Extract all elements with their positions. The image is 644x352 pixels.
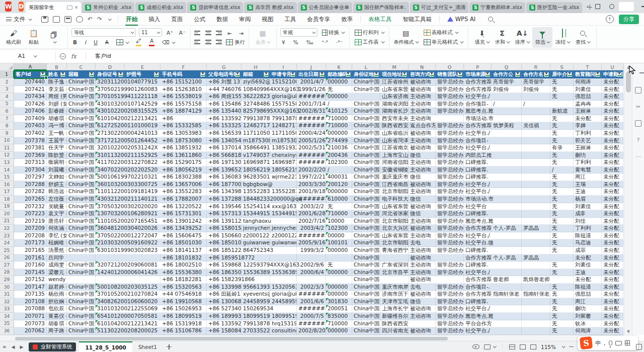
skin-icon[interactable] xyxy=(605,1,619,12)
cell[interactable]: 未分配 xyxy=(602,188,623,196)
cell[interactable]: hrq153199 xyxy=(270,320,297,328)
cell[interactable]: 重庆市南岸 xyxy=(380,284,409,291)
cell[interactable] xyxy=(270,247,297,254)
cell[interactable]: xxx@163.c xyxy=(270,203,297,211)
cell[interactable]: 000000 xyxy=(326,130,352,137)
cell[interactable]: 袁文宇 (女 xyxy=(47,210,67,218)
cell[interactable]: 市场活动.市 xyxy=(464,196,492,203)
cell[interactable]: 未分配 xyxy=(602,291,623,298)
cell[interactable]: 亮哥留学 xyxy=(492,78,522,86)
cell[interactable]: China中国 xyxy=(67,284,96,291)
cell[interactable]: 10000 xyxy=(326,218,352,225)
cell[interactable]: 主动咨询 xyxy=(409,101,436,108)
sogou-logo-icon[interactable]: S xyxy=(580,336,593,349)
cell[interactable]: China中国 xyxy=(67,196,96,203)
cell[interactable]: 430102200208315525 xyxy=(96,108,160,115)
zoom-level[interactable]: 115% xyxy=(541,344,556,350)
cell[interactable]: 未分配 xyxy=(602,115,623,123)
row-header[interactable]: 25 xyxy=(0,247,14,254)
find-button[interactable]: 查找 xyxy=(573,27,593,48)
cell[interactable]: +86 1335925706 xyxy=(207,320,242,328)
row-header[interactable]: 5 xyxy=(0,101,14,108)
cell[interactable]: 留学总经办 xyxy=(436,313,464,320)
cell[interactable]: z20001227 xyxy=(270,232,297,240)
cell[interactable]: 310113200211152925 xyxy=(96,152,160,159)
cell[interactable]: 000000 xyxy=(326,188,352,196)
cell[interactable]: 刘妍 (女) xyxy=(47,101,67,108)
ribbon-tab-工具[interactable]: 工具 xyxy=(279,13,301,26)
cell[interactable] xyxy=(297,276,326,284)
cell[interactable]: 被动咨询 xyxy=(409,291,436,298)
cell[interactable]: 未分配 xyxy=(602,196,623,203)
cell[interactable]: 蒯玏 xyxy=(574,305,602,313)
cell[interactable]: China中国 xyxy=(352,225,380,232)
cell[interactable]: +86 1391129694 xyxy=(207,218,242,225)
cell[interactable]: 彭睿婧 (女 xyxy=(47,108,67,115)
cell[interactable]: 合作方推荐 xyxy=(464,291,492,298)
cell[interactable]: China中国 xyxy=(352,218,380,225)
cell[interactable]: China中国 xyxy=(352,247,380,254)
cell[interactable]: 未分配 xyxy=(602,152,623,159)
cell[interactable]: +86 13851932 xyxy=(160,144,207,152)
cell[interactable]: 留学总经办 xyxy=(436,305,464,313)
cell[interactable]: 梁馨元 (女 xyxy=(47,269,67,277)
row-header[interactable]: 27 xyxy=(0,261,14,269)
align-right-icon[interactable] xyxy=(215,39,222,45)
cell[interactable]: 169698712 xyxy=(270,159,297,166)
filter-button[interactable] xyxy=(118,72,123,77)
layout-switch-icon[interactable] xyxy=(591,1,605,12)
cell[interactable]: 2000/4/24 xyxy=(297,130,326,137)
cell[interactable]: +86 1335925706 xyxy=(207,115,242,123)
cell[interactable]: 2001/4/7 xyxy=(297,78,326,86)
cell[interactable]: 未分配 xyxy=(574,115,602,123)
cell[interactable]: 310103200212255069 xyxy=(96,305,160,313)
cell[interactable]: 200436 xyxy=(326,152,352,159)
cell[interactable]: China中国 xyxy=(67,108,96,115)
cell[interactable]: 271302200004241013 xyxy=(96,130,160,137)
align-top-icon[interactable] xyxy=(194,30,201,36)
cell[interactable]: 陈祖清 xyxy=(574,232,602,240)
cell[interactable]: 山东省菏泽 xyxy=(380,137,409,145)
cell[interactable]: 上海市长宁 xyxy=(380,305,409,313)
cell[interactable] xyxy=(492,159,522,166)
cell[interactable]: ######## xyxy=(297,115,326,123)
file-tab[interactable]: S可过_支付宝+_滴滴 xyxy=(410,2,468,13)
cell[interactable]: 唐浩轩 (男 xyxy=(47,218,67,225)
cell[interactable]: 留学总经办 xyxy=(436,225,464,232)
cell[interactable]: 留学总经办 xyxy=(436,130,464,137)
cell[interactable]: +86 15152100 xyxy=(160,78,207,86)
header-cell[interactable]: 咨询方式 xyxy=(409,70,436,78)
cell[interactable]: 杨眉 xyxy=(574,196,602,203)
cell[interactable]: 无 xyxy=(550,137,574,145)
cell[interactable]: 社交平台./ xyxy=(464,181,492,189)
cell[interactable]: 山东省东营 xyxy=(380,86,409,94)
cell[interactable] xyxy=(522,218,550,225)
cell[interactable]: 无 xyxy=(550,327,574,335)
cell[interactable]: 000000 xyxy=(326,78,352,86)
filter-button[interactable] xyxy=(89,72,94,77)
cell[interactable]: 32010220020531242X xyxy=(96,144,160,152)
cell[interactable] xyxy=(522,320,550,328)
cell[interactable]: 244589596 xyxy=(270,298,297,306)
ribbon-tab-公式[interactable]: 公式 xyxy=(188,13,211,26)
cell[interactable]: 衡琬明 (女 xyxy=(47,159,67,166)
cell[interactable]: 130703200106280921 xyxy=(96,210,160,218)
thousands-button[interactable]: ‰ xyxy=(305,38,315,46)
cell[interactable] xyxy=(492,313,522,320)
cell[interactable]: 207282 xyxy=(14,188,47,196)
row-header[interactable]: 34 xyxy=(0,313,14,320)
cell[interactable]: 社交平台./ xyxy=(464,327,492,335)
cell[interactable]: 100101 xyxy=(326,239,352,247)
cell[interactable] xyxy=(380,254,409,262)
cell[interactable]: 000000 xyxy=(326,93,352,101)
cell[interactable]: 710000 xyxy=(326,122,352,130)
cell[interactable]: 陕西省西安 xyxy=(380,320,409,328)
file-tab[interactable]: S常州公积金 .xlsx xyxy=(82,2,134,13)
header-cell[interactable]: 原中介机 xyxy=(550,70,574,78)
row-header[interactable]: 14 xyxy=(0,166,14,174)
cell[interactable]: China中国 xyxy=(352,108,380,115)
cell[interactable]: +86 周煜155380 xyxy=(207,93,242,101)
row-header[interactable]: 20 xyxy=(0,210,14,218)
ribbon-tab-效率[interactable]: 效率 xyxy=(336,13,358,26)
cell[interactable]: +86 1300682663 xyxy=(207,298,242,306)
